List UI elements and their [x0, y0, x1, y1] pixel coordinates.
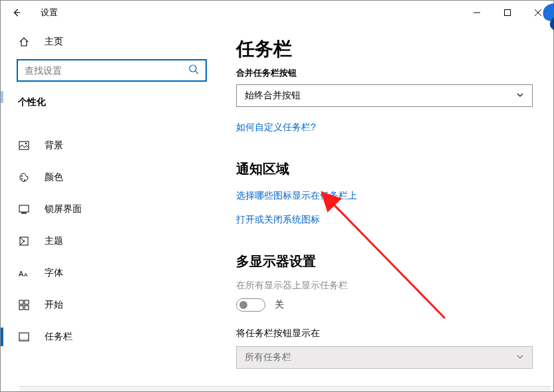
bottom-scrollbar[interactable]	[19, 386, 551, 391]
svg-rect-14	[19, 306, 23, 310]
sidebar-home[interactable]: 主页	[1, 29, 214, 55]
home-icon	[18, 37, 30, 47]
main-content: 任务栏 合并任务栏按钮 始终合并按钮 如何自定义任务栏? 通知区域 选择哪些图标…	[215, 25, 553, 391]
search-wrap	[1, 55, 214, 91]
svg-rect-0	[505, 10, 511, 16]
multi-toggle-row: 关	[236, 298, 535, 312]
sidebar-item-label: 主题	[45, 235, 63, 247]
multi-toggle[interactable]	[236, 298, 265, 312]
sidebar-item-label: 背景	[45, 140, 63, 151]
page-title: 任务栏	[236, 37, 535, 62]
window-body: 主页 个性化 背景	[1, 25, 553, 391]
window-title: 设置	[41, 7, 58, 19]
sidebar-item-label: 锁屏界面	[45, 203, 82, 215]
start-icon	[18, 300, 30, 310]
font-icon: AA	[18, 268, 30, 278]
sidebar-home-label: 主页	[45, 36, 63, 48]
lockscreen-icon	[18, 204, 30, 215]
palette-icon	[18, 172, 30, 183]
multi-display-heading: 多显示器设置	[236, 252, 535, 270]
sidebar-item-taskbar[interactable]: 任务栏	[1, 321, 214, 353]
show-buttons-value: 所有任务栏	[245, 351, 291, 363]
search-box[interactable]	[17, 59, 207, 82]
sidebar-item-background[interactable]: 背景	[1, 130, 214, 161]
sidebar-item-label: 开始	[45, 299, 63, 311]
minimize-button[interactable]	[462, 1, 492, 25]
multi-show-label: 在所有显示器上显示任务栏	[236, 280, 535, 292]
close-icon	[534, 9, 542, 17]
notification-area-heading: 通知区域	[236, 160, 535, 178]
close-button[interactable]	[523, 1, 553, 25]
maximize-button[interactable]	[492, 1, 523, 25]
svg-rect-17	[19, 339, 29, 341]
combine-combo-value: 始终合并按钮	[245, 90, 301, 102]
minimize-icon	[473, 9, 481, 17]
picture-icon	[18, 140, 30, 151]
multi-toggle-state: 关	[275, 299, 284, 311]
sidebar-item-label: 任务栏	[45, 331, 72, 343]
select-icons-link[interactable]: 选择哪些图标显示在任务栏上	[236, 190, 357, 202]
toggle-knob	[239, 301, 247, 309]
search-icon	[188, 64, 199, 77]
back-button[interactable]	[1, 1, 33, 25]
show-buttons-label: 将任务栏按钮显示在	[236, 328, 535, 340]
sidebar-section-label: 个性化	[1, 91, 214, 118]
svg-point-6	[24, 179, 25, 181]
system-icons-link[interactable]: 打开或关闭系统图标	[236, 214, 320, 226]
sidebar-item-start[interactable]: 开始	[1, 289, 214, 321]
svg-text:A: A	[19, 270, 24, 278]
svg-rect-13	[25, 300, 29, 304]
svg-point-4	[21, 175, 23, 177]
combine-label: 合并任务栏按钮	[236, 67, 535, 79]
combine-combo[interactable]: 始终合并按钮	[236, 84, 533, 107]
sidebar-nav: 背景 颜色 锁屏界面	[1, 130, 214, 353]
svg-rect-15	[25, 306, 29, 310]
sidebar-item-fonts[interactable]: AA 字体	[1, 257, 214, 289]
svg-text:A: A	[24, 272, 28, 278]
theme-icon	[18, 236, 30, 246]
show-buttons-combo[interactable]: 所有任务栏	[236, 346, 533, 369]
taskbar-icon	[18, 332, 30, 342]
maximize-icon	[503, 9, 511, 17]
titlebar-left: 设置	[1, 1, 58, 25]
search-input[interactable]	[25, 65, 184, 76]
svg-rect-8	[21, 213, 27, 214]
svg-point-1	[190, 65, 196, 72]
window-controls	[462, 1, 553, 25]
chevron-down-icon	[516, 352, 524, 363]
sidebar-item-lockscreen[interactable]: 锁屏界面	[1, 193, 214, 225]
svg-rect-12	[19, 300, 23, 304]
chevron-down-icon	[516, 90, 524, 101]
arrow-left-icon	[12, 8, 21, 17]
decorative-sliver	[1, 91, 3, 103]
svg-rect-2	[19, 142, 29, 149]
sidebar-item-label: 颜色	[45, 171, 63, 183]
titlebar: 设置	[1, 1, 553, 25]
svg-point-3	[25, 143, 27, 144]
customize-taskbar-link[interactable]: 如何自定义任务栏?	[236, 122, 316, 134]
svg-point-5	[21, 178, 23, 179]
sidebar-item-themes[interactable]: 主题	[1, 225, 214, 257]
settings-window: 设置 主页	[0, 0, 554, 392]
svg-rect-7	[19, 205, 29, 212]
sidebar: 主页 个性化 背景	[1, 25, 215, 391]
sidebar-item-colors[interactable]: 颜色	[1, 161, 214, 193]
sidebar-item-label: 字体	[45, 267, 63, 279]
